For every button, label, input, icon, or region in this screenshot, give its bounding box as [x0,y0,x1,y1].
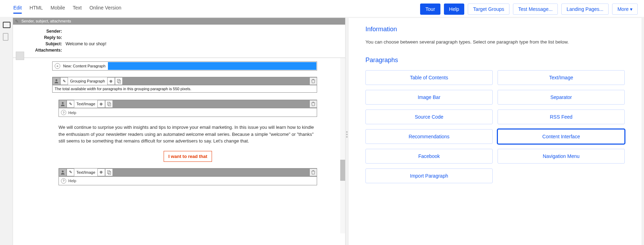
trash-icon[interactable] [309,169,317,176]
resize-grip[interactable] [345,17,348,245]
header-section-bar[interactable]: Sender, subject, attachments [13,18,345,25]
mobile-icon[interactable] [3,33,8,41]
svg-rect-7 [107,170,110,173]
email-editor: Sender, subject, attachments Sender: Rep… [13,18,345,245]
grouping-head: ✎ Grouping Paragraph ⊕ [53,77,317,85]
ptype-navigation-menu[interactable]: Navigation Menu [498,149,625,164]
email-meta: Sender: Reply to: Subject:Welcome to our… [13,25,345,58]
ptype-separator[interactable]: Separator [498,90,625,105]
copy-icon[interactable] [105,169,112,176]
ptype-facebook[interactable]: Facebook [365,149,493,164]
help-row[interactable]: ?Help [59,177,317,185]
landing-pages-button[interactable]: Landing Pages... [561,4,609,15]
ptype-text-image[interactable]: Text/Image [498,70,625,85]
cta-button[interactable]: I want to read that [164,151,212,162]
subject-label: Subject: [16,41,62,46]
question-icon: ? [61,110,66,115]
copy-icon[interactable] [105,100,112,107]
pencil-icon[interactable]: ✎ [67,100,74,107]
svg-rect-1 [117,79,119,82]
more-button[interactable]: More [612,4,638,15]
pencil-icon[interactable]: ✎ [61,78,68,85]
nested-paragraphs: ✎ Text/Image ⊕ ?Help We will continue to… [59,100,317,185]
top-actions: Tour Help Target Groups Test Message... … [420,4,638,15]
person-icon[interactable] [59,100,66,107]
head-filler [123,77,309,85]
view-tabs: Edit HTML Mobile Text Online Version [6,5,121,14]
grouping-note: The total available width for paragraphs… [53,85,317,92]
svg-rect-8 [108,171,111,174]
svg-point-3 [62,102,63,104]
question-icon: ? [61,178,66,184]
canvas: + New: Content Paragraph ✎ Grouping Para… [13,58,345,199]
ptype-recommendations[interactable]: Recommendations [365,129,493,144]
text-image-paragraph-2[interactable]: ✎ Text/Image ⊕ ?Help [59,168,317,185]
copy-icon[interactable] [115,78,122,85]
trash-icon[interactable] [309,78,317,85]
header-section-label: Sender, subject, attachments [21,19,71,23]
help-row[interactable]: ?Help [59,108,317,117]
new-paragraph-label: New: Content Paragraph [62,62,108,69]
ptype-source-code[interactable]: Source Code [365,110,493,124]
information-text: You can choose between several paragraph… [365,39,625,45]
replyto-label: Reply to: [16,35,62,40]
plus-icon: + [55,63,60,69]
ptype-content-interface[interactable]: Content Interface [498,129,625,144]
trash-icon[interactable] [309,100,317,107]
paragraphs-heading: Paragraphs [365,57,625,64]
ptype-rss-feed[interactable]: RSS Feed [498,110,625,124]
device-switcher [0,17,13,245]
subject-value: Welcome to our shop! [66,41,107,46]
target-icon[interactable]: ⊕ [98,169,105,176]
pencil-icon [15,19,19,23]
information-heading: Information [365,26,625,33]
tab-mobile[interactable]: Mobile [50,5,65,11]
target-icon[interactable]: ⊕ [108,78,115,85]
tour-button[interactable]: Tour [420,4,440,15]
tab-text[interactable]: Text [73,5,82,11]
paragraph-type-grid: Table of Contents Text/Image Image Bar S… [365,70,625,183]
scrollbar-thumb[interactable] [340,160,345,181]
grouping-paragraph[interactable]: ✎ Grouping Paragraph ⊕ The total availab… [52,77,317,93]
tab-online[interactable]: Online Version [89,5,121,11]
scrollbar-track[interactable] [340,58,345,233]
main-area: Sender, subject, attachments Sender: Rep… [0,17,644,245]
body-text: We will continue to surprise you with in… [59,124,317,145]
person-icon[interactable] [53,78,60,85]
svg-rect-4 [107,102,110,105]
help-button[interactable]: Help [444,4,465,15]
svg-point-0 [55,79,57,81]
test-message-button[interactable]: Test Message... [513,4,558,15]
pencil-icon[interactable]: ✎ [67,169,74,176]
svg-rect-2 [118,80,121,83]
target-icon[interactable]: ⊕ [98,100,105,107]
ptype-import-paragraph[interactable]: Import Paragraph [365,168,493,183]
sender-label: Sender: [16,29,62,34]
desktop-icon[interactable] [3,22,11,28]
tab-edit[interactable]: Edit [13,5,22,14]
svg-rect-5 [108,103,111,106]
ptype-toc[interactable]: Table of Contents [365,70,493,85]
new-paragraph-highlight [108,62,316,70]
svg-point-6 [62,170,63,172]
grouping-title: Grouping Paragraph [68,77,107,85]
ptype-image-bar[interactable]: Image Bar [365,90,493,105]
top-bar: Edit HTML Mobile Text Online Version Tou… [0,0,644,17]
ti-title: Text/Image [74,100,97,108]
right-panel: Information You can choose between sever… [348,18,642,245]
text-image-paragraph-1[interactable]: ✎ Text/Image ⊕ ?Help [59,100,317,117]
new-content-paragraph[interactable]: + New: Content Paragraph [52,61,317,71]
ti-title: Text/Image [74,168,97,176]
target-groups-button[interactable]: Target Groups [468,4,509,15]
editor-body: + New: Content Paragraph ✎ Grouping Para… [13,58,345,233]
tab-html[interactable]: HTML [29,5,43,11]
person-icon[interactable] [59,169,66,176]
